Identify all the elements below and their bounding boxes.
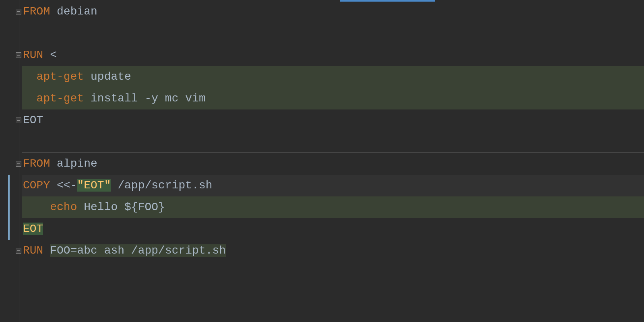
code-line[interactable]: COPY <<-"EOT" /app/script.sh [22,175,644,196]
active-tab-indicator [340,0,435,2]
code-line[interactable]: EOT [22,109,644,131]
fold-open-icon[interactable] [16,52,21,58]
fold-close-icon[interactable] [16,118,21,123]
code-line[interactable]: FROM alpine [22,153,644,175]
code-line[interactable]: apt-get install -y mc vim [22,88,644,109]
code-line[interactable]: FROM debian [22,1,644,23]
code-line[interactable] [22,131,644,153]
code-line[interactable]: RUN < [22,44,644,66]
code-line[interactable]: RUN FOO=abc ash /app/script.sh [22,240,644,262]
code-line[interactable]: EOT [22,218,644,240]
code-line[interactable] [22,262,644,283]
code-line[interactable]: apt-get update [22,66,644,88]
fold-open-icon[interactable] [16,9,21,14]
code-area[interactable]: FROM debianRUN < apt-get update apt-get … [22,0,644,322]
code-line[interactable] [22,23,644,44]
code-line[interactable] [22,305,644,322]
fold-close-icon[interactable] [16,248,21,254]
code-line[interactable] [22,283,644,305]
gutter [0,0,22,322]
fold-open-icon[interactable] [16,161,21,167]
code-editor[interactable]: FROM debianRUN < apt-get update apt-get … [0,0,644,322]
code-line[interactable]: echo Hello ${FOO} [22,196,644,218]
stage-separator [22,152,644,153]
vcs-change-marker [8,175,10,240]
